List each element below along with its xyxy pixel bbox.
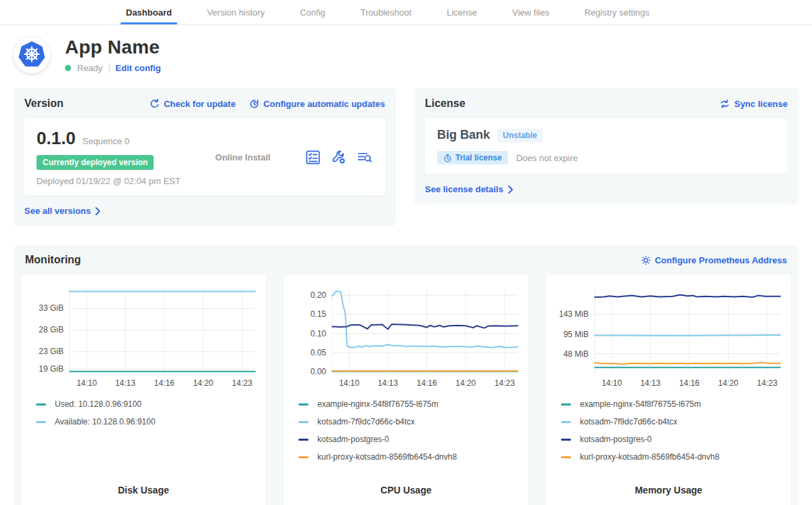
tab-dashboard[interactable]: Dashboard <box>126 0 172 24</box>
legend-item: example-nginx-54f8f76755-l675m <box>561 399 784 409</box>
see-license-details-row: See license details <box>425 183 788 195</box>
tab-config[interactable]: Config <box>300 0 325 24</box>
legend-color-dash <box>298 456 309 458</box>
check-for-update-label: Check for update <box>164 99 235 109</box>
svg-text:14:16: 14:16 <box>154 378 175 388</box>
legend-color-dash <box>561 439 571 441</box>
kubernetes-logo-icon <box>18 41 46 69</box>
svg-text:14:20: 14:20 <box>455 378 476 388</box>
version-info-block: 0.1.0 Sequence 0 Currently deployed vers… <box>37 128 181 186</box>
tab-troubleshoot[interactable]: Troubleshoot <box>361 0 411 24</box>
svg-text:19 GiB: 19 GiB <box>39 364 64 374</box>
preflight-checks-button[interactable] <box>305 150 321 165</box>
svg-text:14:23: 14:23 <box>757 378 777 388</box>
see-license-details-link[interactable]: See license details <box>425 184 514 194</box>
cpu-legend: example-nginx-54f8f76755-l675mkotsadm-7f… <box>298 399 522 470</box>
legend-label: kurl-proxy-kotsadm-8569fb6454-dnvh8 <box>317 452 457 462</box>
license-card-title: License <box>425 97 466 110</box>
disk-legend: Used: 10.128.0.96:9100Available: 10.128.… <box>36 399 259 435</box>
svg-text:33 GiB: 33 GiB <box>39 303 64 313</box>
tab-view-files[interactable]: View files <box>512 0 549 24</box>
legend-label: kurl-proxy-kotsadm-8569fb6454-dnvh8 <box>580 452 719 462</box>
legend-color-dash <box>36 403 46 405</box>
legend-label: Available: 10.128.0.96:9100 <box>55 417 156 426</box>
memory-usage-card: 143 MiB95 MiB48 MiB14:1014:1314:1614:201… <box>546 275 791 505</box>
legend-item: kurl-proxy-kotsadm-8569fb6454-dnvh8 <box>298 452 522 462</box>
version-number-row: 0.1.0 Sequence 0 <box>37 128 181 149</box>
top-navigation: DashboardVersion historyConfigTroublesho… <box>0 0 812 25</box>
tab-license[interactable]: License <box>447 0 477 24</box>
deployed-timestamp: Deployed 01/19/22 @ 02:04 pm EST <box>37 176 181 186</box>
license-panel: Big Bank Unstable Trial license Does not… <box>425 118 788 174</box>
current-version-panel: 0.1.0 Sequence 0 Currently deployed vers… <box>24 118 385 196</box>
status-text: Ready <box>77 63 103 73</box>
cpu-usage-chart: 0.200.150.100.050.0014:1014:1314:1614:20… <box>290 283 522 390</box>
trial-license-badge: Trial license <box>437 151 508 164</box>
app-title-block: App Name Ready Edit config <box>65 37 161 73</box>
chart-title: Memory Usage <box>553 475 784 496</box>
edit-config-link[interactable]: Edit config <box>116 63 161 73</box>
license-card-header: License Sync license <box>425 97 788 110</box>
svg-text:14:23: 14:23 <box>495 378 515 388</box>
see-license-details-label: See license details <box>425 184 503 194</box>
configure-automatic-updates-link[interactable]: Configure automatic updates <box>249 99 385 109</box>
legend-label: Used: 10.128.0.96:9100 <box>55 399 141 409</box>
stopwatch-icon <box>443 154 452 162</box>
deploy-logs-button[interactable] <box>357 150 373 165</box>
license-type-row: Trial license Does not expire <box>437 151 775 164</box>
svg-text:14:10: 14:10 <box>339 378 359 388</box>
disk-usage-chart: 33 GiB28 GiB23 GiB19 GiB14:1014:1314:161… <box>28 283 259 390</box>
top-cards-row: Version Check for update Configure au <box>0 88 812 226</box>
chevron-right-icon <box>508 185 514 194</box>
configure-prometheus-label: Configure Prometheus Address <box>655 255 787 265</box>
memory-usage-chart: 143 MiB95 MiB48 MiB14:1014:1314:1614:201… <box>553 283 784 390</box>
svg-text:14:10: 14:10 <box>602 378 622 388</box>
trial-license-label: Trial license <box>455 153 502 162</box>
svg-text:14:16: 14:16 <box>417 378 437 388</box>
svg-text:143 MiB: 143 MiB <box>559 309 589 319</box>
legend-label: kotsadm-postgres-0 <box>580 435 652 444</box>
cpu-usage-card: 0.200.150.100.050.0014:1014:1314:1614:20… <box>284 275 528 505</box>
version-number: 0.1.0 <box>37 128 76 149</box>
monitoring-header: Monitoring Configure Prometheus Address <box>25 254 787 266</box>
edit-config-button[interactable] <box>331 150 346 165</box>
app-name: App Name <box>65 37 161 58</box>
legend-color-dash <box>561 403 571 405</box>
configure-prometheus-link[interactable]: Configure Prometheus Address <box>641 255 787 265</box>
app-header: App Name Ready Edit config <box>0 25 812 73</box>
svg-text:95 MiB: 95 MiB <box>564 330 589 339</box>
legend-label: kotsadm-postgres-0 <box>317 435 389 444</box>
svg-text:14:13: 14:13 <box>640 378 660 388</box>
legend-item: kotsadm-7f9dc7d66c-b4tcx <box>561 417 784 426</box>
tab-registry-settings[interactable]: Registry settings <box>585 0 650 24</box>
schedule-update-icon <box>249 99 259 109</box>
svg-text:14:16: 14:16 <box>679 378 700 388</box>
legend-item: kotsadm-postgres-0 <box>298 435 522 444</box>
app-status-row: Ready Edit config <box>65 63 161 73</box>
legend-color-dash <box>36 421 46 423</box>
legend-item: kurl-proxy-kotsadm-8569fb6454-dnvh8 <box>561 452 784 462</box>
customer-name: Big Bank <box>437 128 490 142</box>
legend-label: kotsadm-7f9dc7d66c-b4tcx <box>317 417 415 426</box>
tab-version-history[interactable]: Version history <box>207 0 265 24</box>
svg-text:0.20: 0.20 <box>311 290 327 300</box>
install-type-label: Online Install <box>215 152 271 162</box>
svg-text:14:13: 14:13 <box>115 378 135 388</box>
chevron-right-icon <box>95 207 101 215</box>
status-dot <box>65 65 71 71</box>
sync-license-link[interactable]: Sync license <box>719 99 788 109</box>
license-card: License Sync license Big Bank Unstable <box>414 88 798 204</box>
view-logs-icon <box>357 150 373 165</box>
channel-badge: Unstable <box>497 129 543 142</box>
check-for-update-link[interactable]: Check for update <box>150 99 235 109</box>
legend-color-dash <box>561 456 571 458</box>
svg-text:14:20: 14:20 <box>718 378 738 388</box>
license-name-row: Big Bank Unstable <box>437 128 775 142</box>
version-card-title: Version <box>24 97 64 110</box>
see-all-versions-link[interactable]: See all versions <box>24 206 101 216</box>
legend-item: kotsadm-7f9dc7d66c-b4tcx <box>298 417 522 426</box>
configure-automatic-updates-label: Configure automatic updates <box>263 99 385 109</box>
version-card: Version Check for update Configure au <box>14 88 396 226</box>
version-card-header: Version Check for update Configure au <box>24 97 385 110</box>
chart-title: Disk Usage <box>28 475 259 496</box>
